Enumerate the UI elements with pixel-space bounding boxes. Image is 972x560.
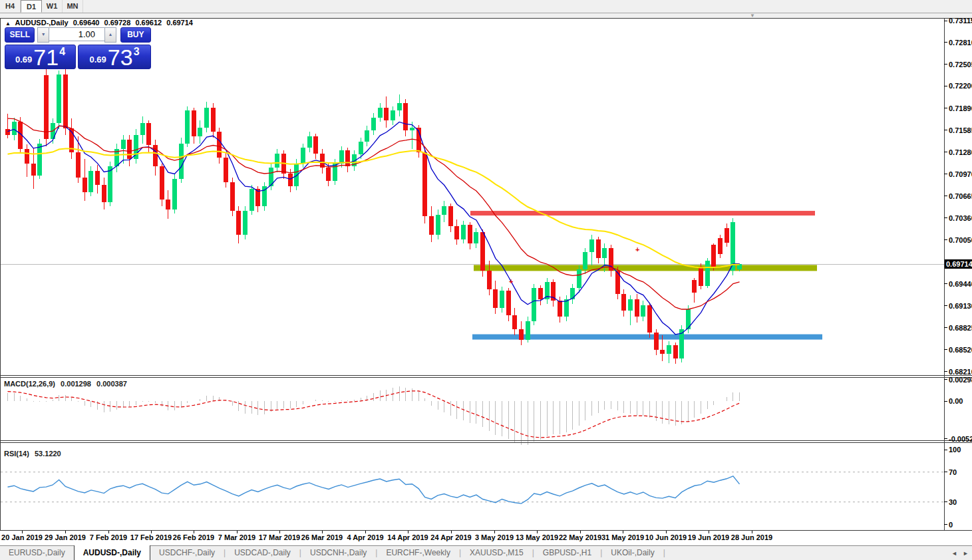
tab-gbpusd-h1[interactable]: GBPUSD-,H1 <box>534 546 600 560</box>
date-axis-label: 24 Apr 2019 <box>430 533 471 541</box>
rsi-axis-label: 0 <box>949 521 953 529</box>
candle-body <box>359 142 363 154</box>
buy-price-prefix: 0.69 <box>89 55 106 65</box>
tab-separator: | <box>663 546 665 560</box>
candle-body <box>294 164 299 186</box>
volume-increase-icon[interactable]: ▲ <box>104 27 116 43</box>
candle-body <box>12 122 17 134</box>
candle-body <box>44 75 49 139</box>
candle-body <box>384 108 389 120</box>
date-axis-label: 14 Apr 2019 <box>387 533 428 541</box>
candle-body <box>487 271 492 289</box>
rsi-axis-label: 70 <box>949 468 957 476</box>
candle-body <box>429 216 434 235</box>
rsi-indicator-label: RSI(14) 53.1220 <box>4 450 65 458</box>
candle-body <box>88 171 93 192</box>
candle-body <box>166 200 170 210</box>
candle-body <box>371 118 376 130</box>
tab-eurchf-weekly[interactable]: EURCHF-,Weekly <box>377 546 458 560</box>
price-axis-label: 0.73115 <box>949 17 972 25</box>
ohlc-high: 0.69728 <box>104 19 131 27</box>
tab-audusd-daily[interactable]: AUDUSD-,Daily <box>74 545 150 560</box>
date-axis-label: 26 Feb 2019 <box>173 533 214 541</box>
tab-scroll-left-icon[interactable]: ◄ <box>951 550 957 557</box>
date-axis-label: 29 Jan 2019 <box>45 533 86 541</box>
tab-scroll-right-icon[interactable]: ► <box>963 550 969 557</box>
candle-body <box>699 267 703 286</box>
buy-button[interactable]: BUY <box>120 27 151 43</box>
candle-body <box>583 252 587 269</box>
date-axis-label: 10 Jun 2019 <box>645 533 687 541</box>
ohlc-open: 0.69640 <box>73 19 100 27</box>
macd-axis-label: 0.00 <box>949 397 963 405</box>
price-axis-label: 0.68210 <box>949 368 972 376</box>
date-axis-label: 17 Mar 2019 <box>259 533 300 541</box>
candle-body <box>480 232 485 271</box>
candle-body <box>493 289 498 308</box>
candle-body <box>454 226 459 239</box>
candle-body <box>641 305 645 317</box>
tab-usdcad-daily[interactable]: USDCAD-,Daily <box>226 546 299 560</box>
candle-body <box>577 269 581 288</box>
chart-canvas[interactable]: ++0.731150.728100.725050.722000.718900.7… <box>0 0 972 560</box>
volume-decrease-icon[interactable]: ▼ <box>37 27 49 43</box>
candle-body <box>236 211 241 235</box>
candle-body <box>692 280 697 292</box>
macd-value-signal: 0.000387 <box>96 380 127 388</box>
candle-body <box>635 299 639 317</box>
date-axis-label: 4 Apr 2019 <box>347 533 383 541</box>
candle-body <box>448 206 453 226</box>
tab-xauusd-m15[interactable]: XAUUSD-,M15 <box>461 546 532 560</box>
tab-usdchf-daily[interactable]: USDCHF-,Daily <box>150 546 224 560</box>
candle-body <box>589 239 594 252</box>
ohlc-close: 0.69714 <box>166 19 193 27</box>
candle-body <box>506 291 511 315</box>
macd-name: MACD(12,26,9) <box>4 380 55 388</box>
candle-body <box>31 164 36 176</box>
price-axis-label: 0.70665 <box>949 192 972 200</box>
candle-body <box>705 261 710 286</box>
price-axis-label: 0.70050 <box>949 236 972 244</box>
tab-usdcnh-daily[interactable]: USDCNH-,Daily <box>301 546 375 560</box>
candle-body <box>25 149 29 164</box>
price-axis-label: 0.70360 <box>949 214 972 222</box>
candle-body <box>718 238 723 255</box>
candle-body <box>313 136 318 154</box>
svg-text:+: + <box>635 245 639 253</box>
chart-symbol-label: AUDUSD-,Daily <box>15 19 69 27</box>
price-axis-label: 0.68825 <box>949 324 972 332</box>
candle-body <box>532 288 536 321</box>
candle-body <box>442 206 446 215</box>
buy-price-display[interactable]: 0.69 73 3 <box>78 45 151 69</box>
candle-body <box>288 174 293 186</box>
sell-button[interactable]: SELL <box>5 27 35 43</box>
candle-body <box>146 123 151 144</box>
price-axis-label: 0.72810 <box>949 39 972 47</box>
price-axis-label: 0.70970 <box>949 170 972 178</box>
sell-price-display[interactable]: 0.69 71 4 <box>5 45 76 69</box>
chart-title: ▲ AUDUSD-,Daily 0.69640 0.69728 0.69612 … <box>5 19 196 27</box>
price-axis-label: 0.71280 <box>949 148 972 156</box>
chart-shift-end-icon[interactable]: ▼ <box>750 13 755 19</box>
candle-body <box>538 288 543 299</box>
candle-body <box>500 291 504 308</box>
sell-price-prefix: 0.69 <box>15 55 32 65</box>
candle-body <box>211 108 216 132</box>
candle-body <box>326 168 331 180</box>
price-axis-label: 0.69130 <box>949 302 972 310</box>
candle-body <box>63 74 68 128</box>
candle-body <box>307 136 312 148</box>
candle-body <box>711 245 716 267</box>
tab-eurusd-daily[interactable]: EURUSD-,Daily <box>0 546 74 560</box>
volume-input[interactable] <box>49 27 104 41</box>
price-axis-label: 0.71585 <box>949 126 972 134</box>
candle-body <box>102 185 106 202</box>
one-click-collapse-icon[interactable]: ▲ <box>5 21 11 27</box>
candle-body <box>127 140 132 159</box>
candle-body <box>474 232 478 243</box>
candle-body <box>95 171 100 186</box>
candle-body <box>37 144 42 176</box>
date-axis-label: 28 Jun 2019 <box>731 533 772 541</box>
candle-body <box>647 305 652 333</box>
tab-ukoil-daily[interactable]: UKOil-,Daily <box>602 546 663 560</box>
